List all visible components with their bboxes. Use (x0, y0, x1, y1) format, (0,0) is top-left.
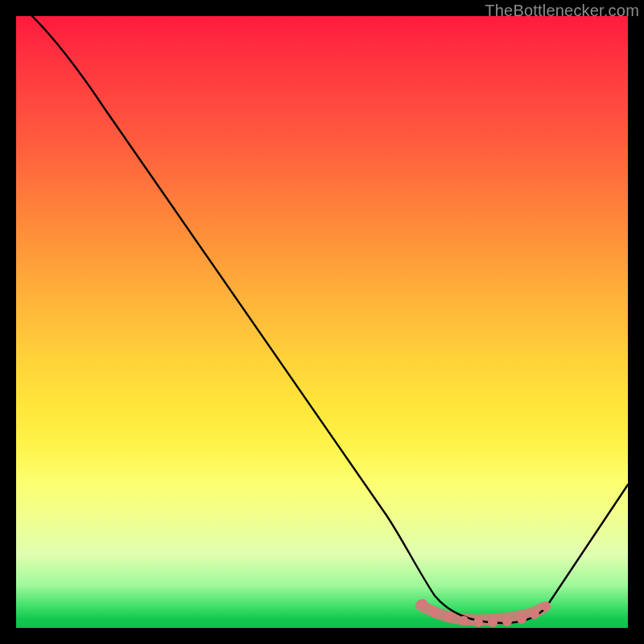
chart-svg (16, 16, 628, 628)
marker-dot (517, 614, 526, 624)
marker-dot (502, 617, 512, 626)
plot-area (16, 16, 628, 628)
marker-dot (488, 617, 497, 627)
marker-dot (459, 616, 469, 625)
watermark-text: TheBottlenecker.com (485, 2, 639, 20)
marker-dot (473, 617, 483, 627)
marker-dot (418, 599, 427, 609)
marker-dot (541, 601, 551, 611)
marker-dot (444, 613, 454, 622)
bottleneck-curve (32, 16, 628, 623)
chart-frame: TheBottlenecker.com (0, 0, 644, 644)
marker-dot (530, 609, 539, 619)
marker-dot (430, 607, 440, 617)
